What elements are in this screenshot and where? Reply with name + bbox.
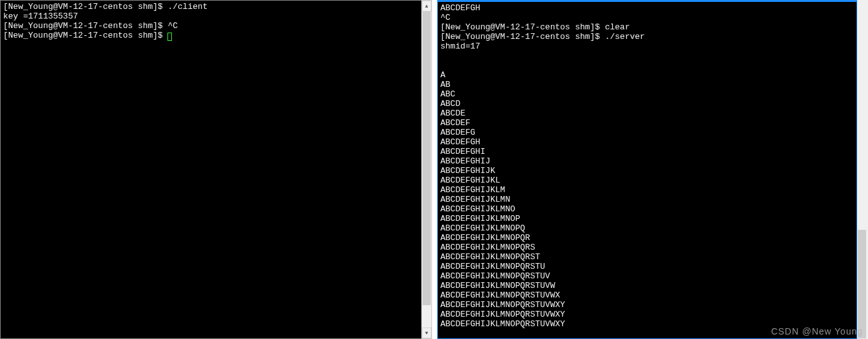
terminal-line: ABCDE xyxy=(440,109,854,118)
cursor xyxy=(167,33,172,41)
terminal-line: key =1711355357 xyxy=(3,11,419,21)
terminal-line: ABCDEFGHIJK xyxy=(440,166,854,176)
scroll-thumb[interactable] xyxy=(422,11,431,305)
terminal-line: AB xyxy=(440,80,854,89)
terminal-line: ABCDEFGHIJ xyxy=(440,156,854,166)
terminal-line: ABCDEFGHIJKLMN xyxy=(440,195,854,204)
terminal-line: ABCDEFGHI xyxy=(440,147,854,156)
right-scrollbar[interactable] xyxy=(857,0,868,339)
terminal-line: ABCDEFGHIJKLMNOPQRST xyxy=(440,252,854,262)
terminal-line: [New_Young@VM-12-17-centos shm]$ ./clien… xyxy=(3,2,419,11)
terminal-line: A xyxy=(440,70,854,80)
left-terminal-frame: [New_Young@VM-12-17-centos shm]$ ./clien… xyxy=(0,0,421,339)
scroll-up-icon[interactable]: ▲ xyxy=(422,1,431,11)
terminal-line: ABCDEFGHIJKLMNOPQRSTU xyxy=(440,262,854,271)
left-terminal[interactable]: [New_Young@VM-12-17-centos shm]$ ./clien… xyxy=(1,1,421,338)
terminal-line: [New_Young@VM-12-17-centos shm]$ ^C xyxy=(3,21,419,31)
terminal-line: ABCDEFGHIJKLMNOPQRSTUVWXY xyxy=(440,310,854,319)
terminal-line: ABCDEFGHIJKLMNOPQRS xyxy=(440,243,854,252)
terminal-line: ABCDEFGHIJKLMNOPQRSTUV xyxy=(440,271,854,281)
scroll-track[interactable] xyxy=(422,11,431,328)
left-scrollbar[interactable]: ▲ ▼ xyxy=(421,0,432,339)
left-pane: [New_Young@VM-12-17-centos shm]$ ./clien… xyxy=(0,0,432,339)
terminal-line: ABCDEFG xyxy=(440,128,854,137)
terminal-line: [New_Young@VM-12-17-centos shm]$ xyxy=(3,31,419,40)
terminal-line: ABCDEFGHIJKLMNOPQRSTUVWX xyxy=(440,290,854,300)
right-terminal[interactable]: ABCDEFGH^C[New_Young@VM-12-17-centos shm… xyxy=(438,2,856,338)
terminal-line: ABCDEFGHIJKLMNOPQRSTUVWXY xyxy=(440,300,854,310)
right-pane: ABCDEFGH^C[New_Young@VM-12-17-centos shm… xyxy=(437,0,868,339)
terminal-line: ABCDEF xyxy=(440,118,854,128)
scroll-down-icon[interactable]: ▼ xyxy=(422,328,431,338)
terminal-line xyxy=(440,51,854,61)
terminal-line: [New_Young@VM-12-17-centos shm]$ clear xyxy=(440,22,854,32)
pane-divider[interactable] xyxy=(432,0,437,339)
split-container: [New_Young@VM-12-17-centos shm]$ ./clien… xyxy=(0,0,868,339)
terminal-line: ABCDEFGH xyxy=(440,3,854,13)
terminal-line: ABCDEFGHIJKLM xyxy=(440,185,854,195)
terminal-line: ABCDEFGHIJKLMNOPQR xyxy=(440,233,854,243)
terminal-line: ^C xyxy=(440,13,854,22)
terminal-line: ABC xyxy=(440,89,854,99)
terminal-line: ABCD xyxy=(440,99,854,109)
terminal-line: ABCDEFGHIJKLMNO xyxy=(440,204,854,214)
terminal-line: ABCDEFGHIJKLMNOPQ xyxy=(440,223,854,233)
terminal-line: ABCDEFGHIJKL xyxy=(440,176,854,185)
terminal-line: ABCDEFGHIJKLMNOPQRSTUVWXY xyxy=(440,319,854,329)
terminal-line xyxy=(440,61,854,70)
scroll-thumb[interactable] xyxy=(858,230,866,338)
terminal-line: ABCDEFGHIJKLMNOPQRSTUVW xyxy=(440,281,854,290)
terminal-line: shmid=17 xyxy=(440,41,854,51)
terminal-line: ABCDEFGH xyxy=(440,137,854,147)
right-terminal-frame: ABCDEFGH^C[New_Young@VM-12-17-centos shm… xyxy=(437,0,857,339)
terminal-line: [New_Young@VM-12-17-centos shm]$ ./serve… xyxy=(440,32,854,41)
terminal-line: ABCDEFGHIJKLMNOP xyxy=(440,214,854,223)
